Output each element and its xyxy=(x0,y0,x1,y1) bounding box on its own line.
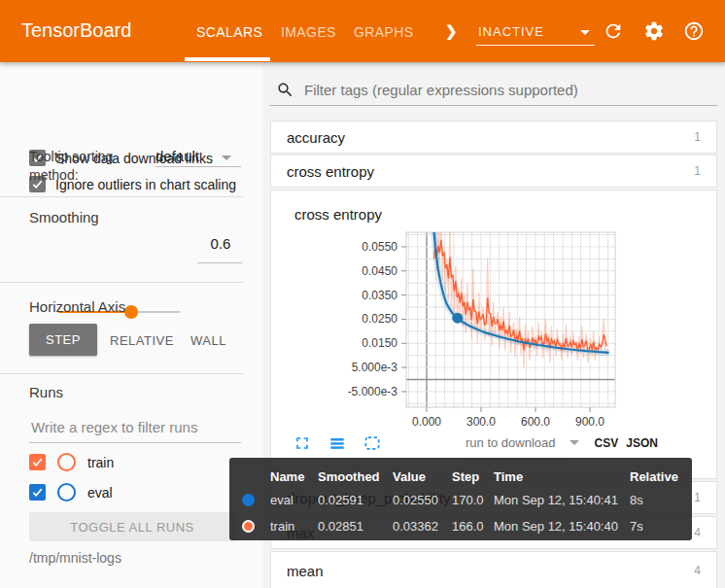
tooltip-header-row: Name Smoothed Value Step Time Relative xyxy=(229,466,692,487)
relative-value: 7s xyxy=(630,519,692,534)
help-icon[interactable] xyxy=(683,20,705,42)
chart-title: cross entropy xyxy=(294,206,382,223)
tag-name: accuracy xyxy=(287,129,345,146)
checkbox-icon[interactable] xyxy=(29,484,46,501)
radio-icon[interactable] xyxy=(57,453,76,471)
tag-name: cross entropy xyxy=(287,163,374,180)
svg-text:0.0550: 0.0550 xyxy=(362,240,397,254)
fit-domain-icon[interactable] xyxy=(362,433,382,453)
tag-filter-underline xyxy=(270,105,717,106)
svg-text:0.0350: 0.0350 xyxy=(362,289,397,302)
tag-filter-input[interactable] xyxy=(302,81,717,99)
run-name: train xyxy=(270,519,318,534)
divider xyxy=(0,282,243,283)
eval-series-dot-icon xyxy=(242,494,255,506)
svg-text:900.0: 900.0 xyxy=(575,415,604,429)
raw-value: 0.02550 xyxy=(393,493,452,507)
col-smoothed: Smoothed xyxy=(318,469,393,484)
axis-button-wall[interactable]: WALL xyxy=(190,333,226,348)
runs-label: Runs xyxy=(29,384,63,400)
tag-count-badge: 1 xyxy=(694,130,701,144)
status-dropdown[interactable]: INACTIVE xyxy=(478,24,544,39)
col-time: Time xyxy=(494,469,630,484)
run-to-download-row: run to download CSV JSON xyxy=(466,435,658,450)
horizontal-axis-label: Horizontal Axis xyxy=(29,298,125,315)
cross-entropy-chart-card: 0.05500.04500.03500.02500.01505.000e-3-5… xyxy=(270,190,717,479)
refresh-icon[interactable] xyxy=(603,20,624,42)
runs-filter-underline xyxy=(29,442,241,443)
tab-images[interactable]: IMAGES xyxy=(281,24,336,40)
relative-value: 8s xyxy=(630,493,692,507)
time-value: Mon Sep 12, 15:40:40 xyxy=(494,519,630,534)
chevron-down-icon[interactable] xyxy=(222,156,231,160)
active-tab-indicator xyxy=(185,57,270,61)
smoothed-value: 0.02851 xyxy=(318,519,393,534)
smoothing-value-input[interactable]: 0.6 xyxy=(199,235,242,252)
chevron-down-icon[interactable] xyxy=(580,30,590,35)
chart-hover-tooltip: Name Smoothed Value Step Time Relative e… xyxy=(229,458,692,540)
tag-row-accuracy[interactable]: accuracy 1 xyxy=(270,121,717,154)
toggle-all-runs-button[interactable]: TOGGLE ALL RUNS xyxy=(29,512,235,541)
run-label: train xyxy=(87,455,114,470)
download-json-link[interactable]: JSON xyxy=(626,436,658,450)
step-value: 166.0 xyxy=(452,519,494,534)
raw-value: 0.03362 xyxy=(393,519,452,534)
time-value: Mon Sep 12, 15:40:41 xyxy=(494,493,630,507)
tag-filter-row xyxy=(270,74,717,105)
tab-scalars[interactable]: SCALARS xyxy=(196,24,262,40)
tab-overflow-chevron-icon[interactable]: ❯ xyxy=(445,22,458,40)
divider xyxy=(0,196,243,197)
smoothed-value: 0.02591 xyxy=(318,493,393,507)
data-table-icon[interactable] xyxy=(328,433,347,453)
tooltip-row-eval: eval 0.02591 0.02550 170.0 Mon Sep 12, 1… xyxy=(229,487,692,513)
tag-count-badge: 4 xyxy=(694,526,701,539)
axis-button-relative[interactable]: RELATIVE xyxy=(110,333,174,348)
tab-graphs[interactable]: GRAPHS xyxy=(354,24,414,40)
smoothing-label: Smoothing xyxy=(29,209,99,225)
chevron-down-icon[interactable] xyxy=(570,440,579,445)
run-to-download-dropdown[interactable]: run to download xyxy=(466,435,556,450)
smoothing-slider-thumb[interactable] xyxy=(124,305,138,319)
tag-count-badge: 1 xyxy=(694,491,701,504)
svg-text:0.0150: 0.0150 xyxy=(362,336,397,350)
col-step: Step xyxy=(452,469,494,484)
log-directory: /tmp/mnist-logs xyxy=(29,550,121,566)
tag-count-badge: 4 xyxy=(694,564,701,577)
download-csv-link[interactable]: CSV xyxy=(595,436,619,450)
tag-row-cross-entropy[interactable]: cross entropy 1 xyxy=(270,155,717,188)
tooltip-sorting-dropdown[interactable]: default xyxy=(155,148,199,164)
tooltip-sorting-label: Tooltip sorting method: xyxy=(29,148,146,185)
tag-name: mean xyxy=(287,563,324,579)
svg-text:5.000e-3: 5.000e-3 xyxy=(352,361,398,374)
radio-icon[interactable] xyxy=(57,483,76,502)
tooltip-row-train: train 0.02851 0.03362 166.0 Mon Sep 12, … xyxy=(229,513,692,539)
svg-text:0.0450: 0.0450 xyxy=(362,264,397,278)
svg-text:0.000: 0.000 xyxy=(412,415,441,429)
expand-icon[interactable] xyxy=(293,433,312,453)
dropdown-underline xyxy=(155,166,241,167)
col-relative: Relative xyxy=(630,469,692,484)
axis-button-step[interactable]: STEP xyxy=(29,324,97,356)
col-value: Value xyxy=(393,469,452,484)
search-icon xyxy=(276,81,294,99)
status-dropdown-underline xyxy=(476,45,595,46)
gear-icon[interactable] xyxy=(643,20,665,42)
checkbox-icon[interactable] xyxy=(29,454,46,470)
svg-text:300.0: 300.0 xyxy=(466,415,496,429)
run-name: eval xyxy=(270,493,318,507)
step-value: 170.0 xyxy=(452,493,494,507)
settings-sidebar: Show data download links Ignore outliers… xyxy=(0,62,262,588)
col-name: Name xyxy=(270,469,318,484)
svg-text:-5.000e-3: -5.000e-3 xyxy=(348,385,398,398)
smoothing-value-underline xyxy=(197,262,242,263)
tag-row-mean[interactable]: mean 4 xyxy=(270,551,717,588)
run-label: eval xyxy=(87,485,113,501)
divider xyxy=(0,373,243,374)
svg-text:600.0: 600.0 xyxy=(521,415,550,429)
runs-filter-input[interactable] xyxy=(29,418,232,436)
run-row-train[interactable]: train xyxy=(29,453,114,471)
tag-count-badge: 1 xyxy=(694,164,701,178)
run-row-eval[interactable]: eval xyxy=(29,483,113,502)
train-series-dot-icon xyxy=(242,520,255,533)
svg-text:0.0250: 0.0250 xyxy=(362,312,397,326)
